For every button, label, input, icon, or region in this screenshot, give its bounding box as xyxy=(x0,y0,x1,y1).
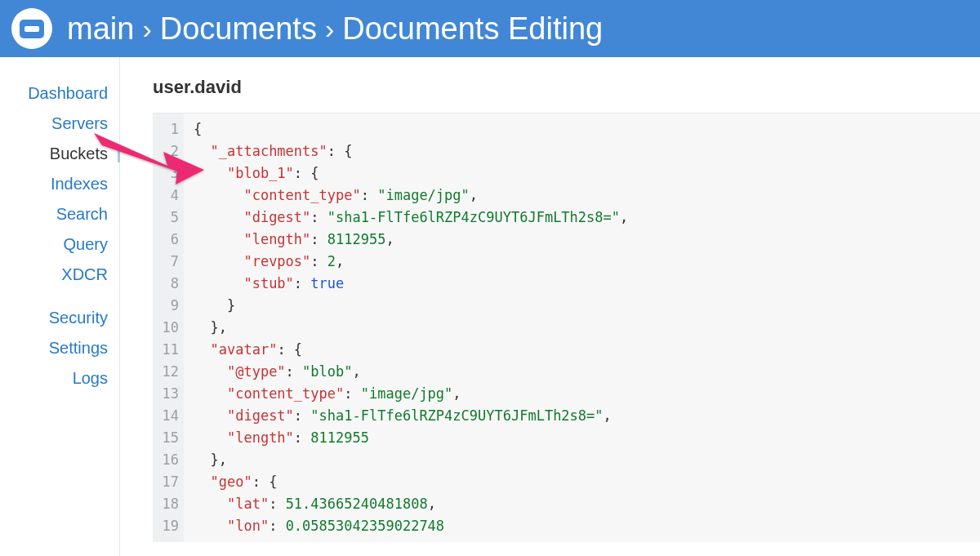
line-number: 13 xyxy=(161,383,179,405)
sidebar-item-search[interactable]: Search xyxy=(0,199,119,229)
code-line[interactable]: }, xyxy=(194,449,628,471)
code-line[interactable]: "length": 8112955, xyxy=(194,229,628,251)
sidebar-nav: Dashboard Servers Buckets Indexes Search… xyxy=(0,57,120,556)
chevron-right-icon: › xyxy=(325,13,334,45)
code-line[interactable]: "content_type": "image/jpg", xyxy=(194,185,628,207)
code-line[interactable]: "content_type": "image/jpg", xyxy=(194,383,628,405)
json-editor[interactable]: 12345678910111213141516171819 { "_attach… xyxy=(153,113,980,542)
code-line[interactable]: "stub": true xyxy=(194,273,628,295)
code-line[interactable]: "digest": "sha1-FlTfe6lRZP4zC9UYT6JFmLTh… xyxy=(194,207,628,229)
header-bar: main › Documents › Documents Editing xyxy=(0,0,980,57)
line-number: 11 xyxy=(161,339,179,361)
line-number: 17 xyxy=(161,471,179,493)
line-number: 10 xyxy=(161,317,179,339)
line-number: 5 xyxy=(161,207,179,229)
line-number: 19 xyxy=(161,515,179,537)
chevron-right-icon: › xyxy=(142,13,151,45)
line-number: 3 xyxy=(161,162,179,185)
code-line[interactable]: "lon": 0.05853042359022748 xyxy=(194,515,628,537)
code-line[interactable]: "revpos": 2, xyxy=(194,251,628,273)
editor-gutter: 12345678910111213141516171819 xyxy=(153,113,184,542)
line-number: 18 xyxy=(161,493,179,515)
app-logo[interactable] xyxy=(11,8,52,49)
breadcrumb: main › Documents › Documents Editing xyxy=(67,11,603,47)
code-line[interactable]: }, xyxy=(194,317,628,339)
code-line[interactable]: } xyxy=(194,295,628,317)
code-line[interactable]: "geo": { xyxy=(194,471,628,493)
code-line[interactable]: { xyxy=(194,118,628,140)
line-number: 15 xyxy=(161,427,179,449)
code-line[interactable]: "blob_1": { xyxy=(194,162,628,185)
sidebar-item-xdcr[interactable]: XDCR xyxy=(0,260,119,290)
breadcrumb-main[interactable]: main xyxy=(67,11,134,47)
code-line[interactable]: "avatar": { xyxy=(194,339,628,361)
sidebar-item-security[interactable]: Security xyxy=(0,303,119,333)
line-number: 9 xyxy=(161,295,179,317)
line-number: 6 xyxy=(161,229,179,251)
editor-code[interactable]: { "_attachments": { "blob_1": { "content… xyxy=(184,113,638,542)
code-line[interactable]: "_attachments": { xyxy=(194,140,628,162)
sidebar-item-dashboard[interactable]: Dashboard xyxy=(0,78,119,109)
content-layout: Dashboard Servers Buckets Indexes Search… xyxy=(0,57,980,556)
sidebar-item-query[interactable]: Query xyxy=(0,229,119,260)
sidebar-item-settings[interactable]: Settings xyxy=(0,333,119,363)
breadcrumb-documents[interactable]: Documents xyxy=(160,11,317,47)
line-number: 12 xyxy=(161,361,179,383)
app-logo-icon xyxy=(20,20,44,38)
code-line[interactable]: "digest": "sha1-FlTfe6lRZP4zC9UYT6JFmLTh… xyxy=(194,405,628,427)
main-panel: user.david 12345678910111213141516171819… xyxy=(120,57,980,556)
line-number: 14 xyxy=(161,405,179,427)
sidebar-item-indexes[interactable]: Indexes xyxy=(0,169,119,199)
code-line[interactable]: "@type": "blob", xyxy=(194,361,628,383)
document-title: user.david xyxy=(153,77,980,98)
line-number: 1 xyxy=(161,118,179,140)
sidebar-item-buckets[interactable]: Buckets xyxy=(0,139,119,169)
line-number: 16 xyxy=(161,449,179,471)
sidebar-item-servers[interactable]: Servers xyxy=(0,109,119,139)
code-line[interactable]: "length": 8112955 xyxy=(194,427,628,449)
breadcrumb-documents-editing[interactable]: Documents Editing xyxy=(342,11,603,47)
sidebar-item-logs[interactable]: Logs xyxy=(0,363,119,394)
line-number: 2 xyxy=(161,140,179,162)
line-number: 4 xyxy=(161,185,179,207)
line-number: 7 xyxy=(161,251,179,273)
code-line[interactable]: "lat": 51.43665240481808, xyxy=(194,493,628,515)
line-number: 8 xyxy=(161,273,179,295)
